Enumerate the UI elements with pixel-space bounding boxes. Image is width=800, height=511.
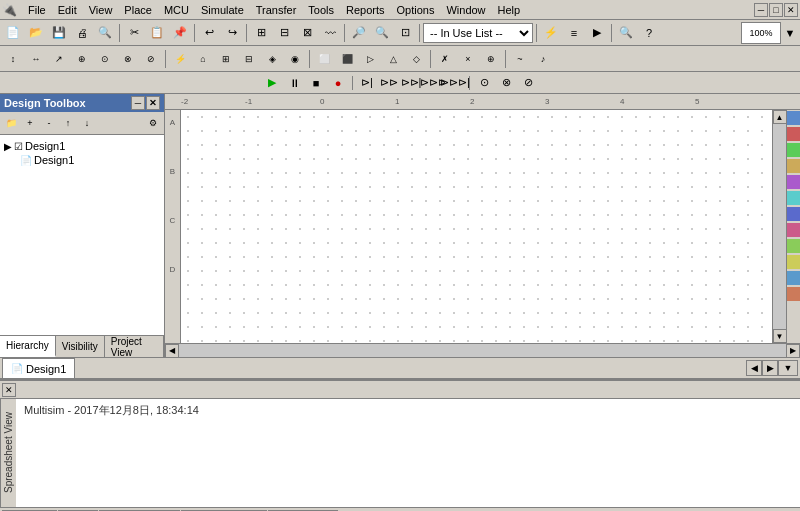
menu-window[interactable]: Window [441,3,490,17]
grid3-btn[interactable]: ⊠ [296,22,318,44]
tab-project-view[interactable]: Project View [105,336,164,357]
app-maximize-btn[interactable]: □ [769,3,783,17]
scroll-up-btn[interactable]: ▲ [773,110,787,124]
right-panel-item2[interactable] [787,127,801,141]
sim-play-btn[interactable]: ▶ [262,74,282,92]
tab-visibility[interactable]: Visibility [56,336,105,357]
sim-step2-btn[interactable]: ⊳⊳ [379,74,399,92]
right-panel-item6[interactable] [787,191,801,205]
toolbox-btn1[interactable]: 📁 [2,114,20,132]
menu-file[interactable]: File [23,3,51,17]
right-panel-item10[interactable] [787,255,801,269]
comp-btn10[interactable]: ⊞ [215,48,237,70]
comp-btn21[interactable]: ⊕ [480,48,502,70]
component-btn[interactable]: ⚡ [540,22,562,44]
redo-btn[interactable]: ↪ [221,22,243,44]
help-btn[interactable]: ? [638,22,660,44]
bottom-close-btn[interactable]: ✕ [2,383,16,397]
grid2-btn[interactable]: ⊟ [273,22,295,44]
grid-btn[interactable]: ⊞ [250,22,272,44]
menu-simulate[interactable]: Simulate [196,3,249,17]
extra-btn2[interactable]: ▼ [782,22,798,44]
zoom-in-btn[interactable]: 🔎 [348,22,370,44]
new-btn[interactable]: 📄 [2,22,24,44]
scroll-right-btn[interactable]: ▶ [786,344,800,358]
comp-btn4[interactable]: ⊕ [71,48,93,70]
right-panel-item12[interactable] [787,287,801,301]
sim-step5-btn[interactable]: ⊳⊳⊳| [445,74,465,92]
toolbox-btn5[interactable]: ↓ [78,114,96,132]
open-btn[interactable]: 📂 [25,22,47,44]
tab-nav-right[interactable]: ▶ [762,360,778,376]
comp-btn17[interactable]: △ [382,48,404,70]
tab-hierarchy[interactable]: Hierarchy [0,336,56,357]
right-panel-item9[interactable] [787,239,801,253]
tree-child[interactable]: 📄 Design1 [20,153,160,167]
comp-btn8[interactable]: ⚡ [169,48,191,70]
sim-step-btn[interactable]: ⊳| [357,74,377,92]
comp-btn20[interactable]: × [457,48,479,70]
netlist-btn[interactable]: ≡ [563,22,585,44]
menu-help[interactable]: Help [493,3,526,17]
comp-btn11[interactable]: ⊟ [238,48,260,70]
toolbox-btn4[interactable]: ↑ [59,114,77,132]
menu-tools[interactable]: Tools [303,3,339,17]
in-use-list-dropdown[interactable]: -- In Use List -- [423,23,533,43]
menu-options[interactable]: Options [392,3,440,17]
comp-btn13[interactable]: ◉ [284,48,306,70]
menu-place[interactable]: Place [119,3,157,17]
right-panel-item3[interactable] [787,143,801,157]
comp-btn5[interactable]: ⊙ [94,48,116,70]
sim-extra1[interactable]: ⊙ [474,74,494,92]
tree-root[interactable]: ▶ ☑ Design1 [4,139,160,153]
sim-pause-btn[interactable]: ⏸ [284,74,304,92]
menu-mcu[interactable]: MCU [159,3,194,17]
comp-btn23[interactable]: ♪ [532,48,554,70]
comp-btn7[interactable]: ⊘ [140,48,162,70]
comp-btn14[interactable]: ⬜ [313,48,335,70]
scroll-down-btn[interactable]: ▼ [773,329,787,343]
right-panel-item7[interactable] [787,207,801,221]
right-panel-item4[interactable] [787,159,801,173]
right-panel-item5[interactable] [787,175,801,189]
undo-btn[interactable]: ↩ [198,22,220,44]
wire-btn[interactable]: 〰 [319,22,341,44]
app-minimize-btn[interactable]: ─ [754,3,768,17]
toolbox-close-btn[interactable]: ✕ [146,96,160,110]
menu-view[interactable]: View [84,3,118,17]
comp-btn12[interactable]: ◈ [261,48,283,70]
run-btn[interactable]: ▶ [586,22,608,44]
sim-extra2[interactable]: ⊗ [496,74,516,92]
right-panel-item11[interactable] [787,271,801,285]
comp-btn3[interactable]: ↗ [48,48,70,70]
tab-nav-menu[interactable]: ▼ [778,360,798,376]
menu-edit[interactable]: Edit [53,3,82,17]
canvas-grid[interactable] [181,110,772,343]
comp-btn22[interactable]: ~ [509,48,531,70]
scroll-v-track[interactable] [773,124,786,329]
comp-btn15[interactable]: ⬛ [336,48,358,70]
sim-stop-btn[interactable]: ■ [306,74,326,92]
menu-reports[interactable]: Reports [341,3,390,17]
comp-btn9[interactable]: ⌂ [192,48,214,70]
canvas-tab-design1[interactable]: 📄 Design1 [2,358,75,378]
paste-btn[interactable]: 📌 [169,22,191,44]
save-btn[interactable]: 💾 [48,22,70,44]
app-close-btn[interactable]: ✕ [784,3,798,17]
toolbox-btn3[interactable]: - [40,114,58,132]
sim-record-btn[interactable]: ● [328,74,348,92]
scroll-left-btn[interactable]: ◀ [165,344,179,358]
search-btn[interactable]: 🔍 [615,22,637,44]
scroll-h-track[interactable] [179,344,786,357]
right-panel-item1[interactable] [787,111,801,125]
comp-btn6[interactable]: ⊗ [117,48,139,70]
preview-btn[interactable]: 🔍 [94,22,116,44]
copy-btn[interactable]: 📋 [146,22,168,44]
sim-step3-btn[interactable]: ⊳⊳| [401,74,421,92]
comp-btn16[interactable]: ▷ [359,48,381,70]
tab-nav-left[interactable]: ◀ [746,360,762,376]
menu-transfer[interactable]: Transfer [251,3,302,17]
comp-btn2[interactable]: ↔ [25,48,47,70]
zoom-out-btn[interactable]: 🔍 [371,22,393,44]
sim-extra3[interactable]: ⊘ [518,74,538,92]
